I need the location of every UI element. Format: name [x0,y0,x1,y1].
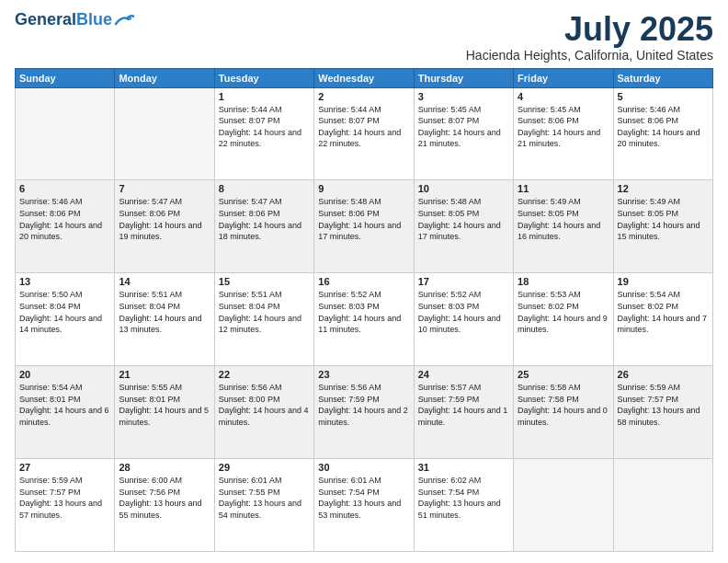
calendar-cell: 1Sunrise: 5:44 AM Sunset: 8:07 PM Daylig… [214,87,313,180]
calendar-cell [514,459,613,552]
calendar-cell: 29Sunrise: 6:01 AM Sunset: 7:55 PM Dayli… [214,459,313,552]
calendar-cell: 11Sunrise: 5:49 AM Sunset: 8:05 PM Dayli… [514,180,613,273]
day-number: 6 [19,183,110,194]
calendar-cell: 13Sunrise: 5:50 AM Sunset: 8:04 PM Dayli… [16,273,115,366]
weekday-header-wednesday: Wednesday [314,68,414,87]
day-info: Sunrise: 5:53 AM Sunset: 8:02 PM Dayligh… [518,289,609,335]
weekday-header-sunday: Sunday [16,68,115,87]
day-number: 10 [418,183,509,194]
calendar-cell [16,87,115,180]
logo: GeneralBlue [15,11,134,29]
calendar-cell: 7Sunrise: 5:47 AM Sunset: 8:06 PM Daylig… [115,180,214,273]
calendar-cell: 10Sunrise: 5:48 AM Sunset: 8:05 PM Dayli… [414,180,513,273]
calendar-week-row: 27Sunrise: 5:59 AM Sunset: 7:57 PM Dayli… [16,459,713,552]
logo-text-general: GeneralBlue [15,11,112,29]
day-info: Sunrise: 5:49 AM Sunset: 8:05 PM Dayligh… [618,196,709,242]
day-info: Sunrise: 5:57 AM Sunset: 7:59 PM Dayligh… [418,382,509,428]
day-info: Sunrise: 5:55 AM Sunset: 8:01 PM Dayligh… [119,382,210,428]
day-number: 21 [119,369,210,380]
day-number: 12 [618,183,709,194]
calendar-cell: 2Sunrise: 5:44 AM Sunset: 8:07 PM Daylig… [314,87,414,180]
day-number: 28 [119,462,210,473]
calendar-cell: 27Sunrise: 5:59 AM Sunset: 7:57 PM Dayli… [16,459,115,552]
day-number: 7 [119,183,210,194]
calendar-cell: 4Sunrise: 5:45 AM Sunset: 8:06 PM Daylig… [514,87,613,180]
day-info: Sunrise: 5:48 AM Sunset: 8:05 PM Dayligh… [418,196,509,242]
weekday-header-monday: Monday [115,68,214,87]
day-number: 3 [418,91,509,102]
calendar-cell: 25Sunrise: 5:58 AM Sunset: 7:58 PM Dayli… [514,366,613,459]
day-number: 30 [318,462,409,473]
calendar-cell: 14Sunrise: 5:51 AM Sunset: 8:04 PM Dayli… [115,273,214,366]
calendar-cell: 9Sunrise: 5:48 AM Sunset: 8:06 PM Daylig… [314,180,414,273]
day-number: 1 [219,91,310,102]
weekday-header-thursday: Thursday [414,68,513,87]
logo-bird-icon [114,13,134,28]
day-number: 17 [418,276,509,287]
day-number: 24 [418,369,509,380]
day-number: 11 [518,183,609,194]
day-info: Sunrise: 5:49 AM Sunset: 8:05 PM Dayligh… [518,196,609,242]
calendar-cell: 19Sunrise: 5:54 AM Sunset: 8:02 PM Dayli… [613,273,712,366]
calendar-header-row: SundayMondayTuesdayWednesdayThursdayFrid… [16,68,713,87]
day-info: Sunrise: 5:45 AM Sunset: 8:06 PM Dayligh… [518,104,609,150]
page: GeneralBlue July 2025 Hacienda Heights, … [0,0,728,563]
day-number: 16 [318,276,409,287]
calendar-cell: 18Sunrise: 5:53 AM Sunset: 8:02 PM Dayli… [514,273,613,366]
calendar-cell: 5Sunrise: 5:46 AM Sunset: 8:06 PM Daylig… [613,87,712,180]
day-info: Sunrise: 5:56 AM Sunset: 7:59 PM Dayligh… [318,382,409,428]
day-info: Sunrise: 6:02 AM Sunset: 7:54 PM Dayligh… [418,475,509,521]
day-info: Sunrise: 6:01 AM Sunset: 7:54 PM Dayligh… [318,475,409,521]
day-info: Sunrise: 6:00 AM Sunset: 7:56 PM Dayligh… [119,475,210,521]
day-number: 25 [518,369,609,380]
month-title: July 2025 [466,11,713,48]
calendar-cell: 22Sunrise: 5:56 AM Sunset: 8:00 PM Dayli… [214,366,313,459]
calendar-cell: 6Sunrise: 5:46 AM Sunset: 8:06 PM Daylig… [16,180,115,273]
day-info: Sunrise: 5:50 AM Sunset: 8:04 PM Dayligh… [19,289,110,335]
calendar-cell: 26Sunrise: 5:59 AM Sunset: 7:57 PM Dayli… [613,366,712,459]
day-info: Sunrise: 5:45 AM Sunset: 8:07 PM Dayligh… [418,104,509,150]
day-info: Sunrise: 5:47 AM Sunset: 8:06 PM Dayligh… [119,196,210,242]
calendar-cell: 8Sunrise: 5:47 AM Sunset: 8:06 PM Daylig… [214,180,313,273]
weekday-header-friday: Friday [514,68,613,87]
calendar-cell: 12Sunrise: 5:49 AM Sunset: 8:05 PM Dayli… [613,180,712,273]
day-number: 19 [618,276,709,287]
calendar-cell: 3Sunrise: 5:45 AM Sunset: 8:07 PM Daylig… [414,87,513,180]
location: Hacienda Heights, California, United Sta… [466,48,713,63]
day-info: Sunrise: 5:48 AM Sunset: 8:06 PM Dayligh… [318,196,409,242]
day-info: Sunrise: 5:47 AM Sunset: 8:06 PM Dayligh… [219,196,310,242]
day-info: Sunrise: 5:44 AM Sunset: 8:07 PM Dayligh… [219,104,310,150]
day-number: 8 [219,183,310,194]
day-number: 31 [418,462,509,473]
day-info: Sunrise: 5:51 AM Sunset: 8:04 PM Dayligh… [119,289,210,335]
header-right: July 2025 Hacienda Heights, California, … [466,11,713,63]
day-number: 18 [518,276,609,287]
weekday-header-saturday: Saturday [613,68,712,87]
calendar-cell: 30Sunrise: 6:01 AM Sunset: 7:54 PM Dayli… [314,459,414,552]
day-info: Sunrise: 5:58 AM Sunset: 7:58 PM Dayligh… [518,382,609,428]
calendar-cell: 23Sunrise: 5:56 AM Sunset: 7:59 PM Dayli… [314,366,414,459]
day-info: Sunrise: 5:54 AM Sunset: 8:01 PM Dayligh… [19,382,110,428]
day-number: 9 [318,183,409,194]
calendar-cell: 21Sunrise: 5:55 AM Sunset: 8:01 PM Dayli… [115,366,214,459]
calendar-table: SundayMondayTuesdayWednesdayThursdayFrid… [15,68,713,552]
calendar-cell [115,87,214,180]
day-info: Sunrise: 5:59 AM Sunset: 7:57 PM Dayligh… [618,382,709,428]
day-number: 13 [19,276,110,287]
day-number: 5 [618,91,709,102]
day-number: 27 [19,462,110,473]
calendar-cell: 17Sunrise: 5:52 AM Sunset: 8:03 PM Dayli… [414,273,513,366]
calendar-week-row: 20Sunrise: 5:54 AM Sunset: 8:01 PM Dayli… [16,366,713,459]
day-info: Sunrise: 5:56 AM Sunset: 8:00 PM Dayligh… [219,382,310,428]
day-info: Sunrise: 5:46 AM Sunset: 8:06 PM Dayligh… [19,196,110,242]
day-info: Sunrise: 5:59 AM Sunset: 7:57 PM Dayligh… [19,475,110,521]
calendar-cell: 20Sunrise: 5:54 AM Sunset: 8:01 PM Dayli… [16,366,115,459]
day-info: Sunrise: 5:46 AM Sunset: 8:06 PM Dayligh… [618,104,709,150]
day-number: 22 [219,369,310,380]
calendar-cell: 24Sunrise: 5:57 AM Sunset: 7:59 PM Dayli… [414,366,513,459]
day-info: Sunrise: 6:01 AM Sunset: 7:55 PM Dayligh… [219,475,310,521]
day-number: 14 [119,276,210,287]
calendar-cell: 28Sunrise: 6:00 AM Sunset: 7:56 PM Dayli… [115,459,214,552]
calendar-cell: 15Sunrise: 5:51 AM Sunset: 8:04 PM Dayli… [214,273,313,366]
day-number: 23 [318,369,409,380]
